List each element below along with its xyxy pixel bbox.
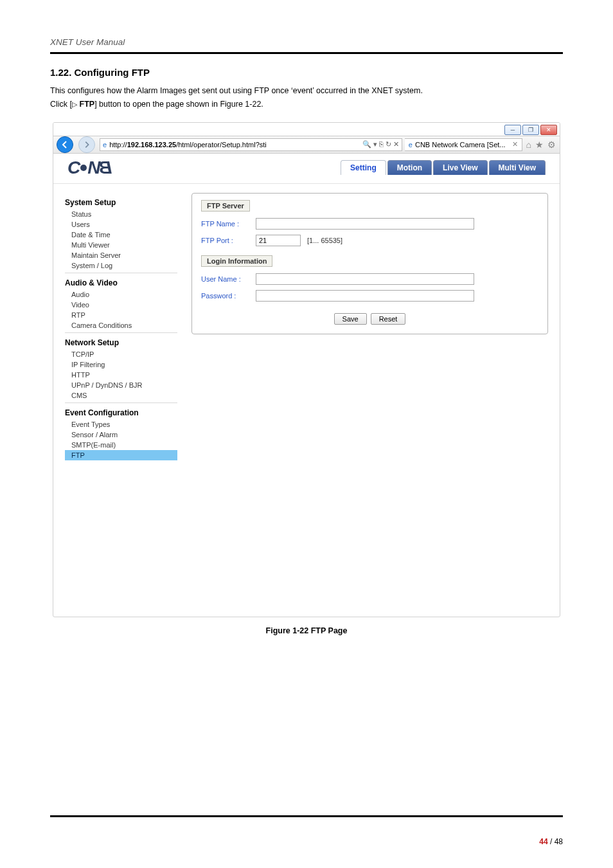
tab-multi-view[interactable]: Multi View xyxy=(489,160,546,175)
footer-rule xyxy=(50,815,563,817)
cnb-logo: C N B xyxy=(67,158,112,178)
home-icon[interactable]: ⌂ xyxy=(526,140,531,150)
favorites-icon[interactable]: ★ xyxy=(535,140,544,150)
window-close-button[interactable]: ✕ xyxy=(540,125,557,135)
nav-audio[interactable]: Audio xyxy=(65,289,177,300)
window-chrome: ─ ❐ ✕ xyxy=(53,123,560,136)
nav-camera-conditions[interactable]: Camera Conditions xyxy=(65,320,177,330)
nav-users[interactable]: Users xyxy=(65,219,177,230)
nav-back-button[interactable] xyxy=(57,136,73,153)
nav-group-event: Event Configuration xyxy=(65,408,177,417)
ftp-port-input[interactable] xyxy=(256,235,301,246)
nav-cms[interactable]: CMS xyxy=(65,390,177,401)
url-path: /html/operator/Setup.html?sti xyxy=(176,141,267,149)
nav-http[interactable]: HTTP xyxy=(65,370,177,380)
window-maximize-button[interactable]: ❐ xyxy=(522,125,539,135)
app-viewport: C N B Setting Motion Live View Multi Vie… xyxy=(53,154,560,617)
paragraph-1: This configures how the Alarm Images get… xyxy=(50,84,563,98)
ftp-port-label: FTP Port : xyxy=(201,237,256,244)
legend-login-info: Login Information xyxy=(201,255,272,267)
addr-suffix-icons: 🔍 ▾ ⎘ ↻ ✕ xyxy=(362,140,399,149)
screenshot-window: ─ ❐ ✕ e http://192.168.123.25/html/opera… xyxy=(53,122,560,617)
page-total: 48 xyxy=(555,837,563,846)
p2-pre: Click [ xyxy=(50,100,72,109)
nav-divider xyxy=(65,402,177,403)
nav-ip-filtering[interactable]: IP Filtering xyxy=(65,359,177,370)
nav-smtp-email[interactable]: SMTP(E-mail) xyxy=(65,440,177,450)
header-rule xyxy=(50,52,563,54)
url-prefix: http:// xyxy=(109,141,127,149)
figure-caption: Figure 1-22 FTP Page xyxy=(50,626,563,635)
ftp-port-hint: [1... 65535] xyxy=(307,237,342,244)
running-header: XNET User Manual xyxy=(50,37,563,47)
page-current: 44 xyxy=(539,837,547,846)
arrow-right-icon xyxy=(83,141,91,149)
nav-date-time[interactable]: Date & Time xyxy=(65,230,177,240)
nav-rtp[interactable]: RTP xyxy=(65,310,177,320)
nav-group-network: Network Setup xyxy=(65,338,177,347)
nav-divider xyxy=(65,332,177,333)
user-name-input[interactable] xyxy=(256,273,474,285)
p2-ftp: FTP xyxy=(77,100,94,109)
tab-live-view[interactable]: Live View xyxy=(433,160,487,175)
ftp-fieldset: FTP Server FTP Name : FTP Port : [1... 6… xyxy=(191,193,548,334)
tab-close-icon[interactable]: ✕ xyxy=(512,140,518,149)
app-header: C N B Setting Motion Live View Multi Vie… xyxy=(53,154,560,184)
tools-icon[interactable]: ⚙ xyxy=(547,140,556,150)
nav-upnp-dyndns-bjr[interactable]: UPnP / DynDNS / BJR xyxy=(65,380,177,390)
nav-group-av: Audio & Video xyxy=(65,278,177,287)
tab-setting[interactable]: Setting xyxy=(341,160,386,175)
nav-ftp[interactable]: FTP xyxy=(65,450,177,460)
legend-ftp-server: FTP Server xyxy=(201,200,250,212)
app-body: System Setup Status Users Date & Time Mu… xyxy=(53,184,560,617)
tab-motion[interactable]: Motion xyxy=(387,160,432,175)
page-footer: 44 / 48 xyxy=(539,837,563,846)
paragraph-2: Click [▷ FTP] button to open the page sh… xyxy=(50,98,563,111)
nav-system-log[interactable]: System / Log xyxy=(65,260,177,271)
password-label: Password : xyxy=(201,292,256,300)
page-sep: / xyxy=(548,837,555,846)
ftp-name-input[interactable] xyxy=(256,218,474,230)
browser-toolbar: e http://192.168.123.25/html/operator/Se… xyxy=(53,136,560,154)
logo-n: N xyxy=(87,158,100,178)
address-bar[interactable]: e http://192.168.123.25/html/operator/Se… xyxy=(100,138,402,151)
nav-status[interactable]: Status xyxy=(65,209,177,219)
logo-dot-icon xyxy=(80,165,87,171)
side-nav: System Setup Status Users Date & Time Mu… xyxy=(65,193,177,608)
command-bar: ⌂ ★ ⚙ xyxy=(526,140,556,150)
url-host: 192.168.123.25 xyxy=(127,141,176,149)
nav-multi-viewer[interactable]: Multi Viewer xyxy=(65,240,177,250)
nav-forward-button[interactable] xyxy=(78,136,95,153)
nav-tcpip[interactable]: TCP/IP xyxy=(65,349,177,359)
nav-maintain-server[interactable]: Maintain Server xyxy=(65,250,177,260)
nav-divider xyxy=(65,273,177,273)
ie-icon: e xyxy=(103,141,107,149)
logo-c: C xyxy=(67,158,80,178)
browser-tab[interactable]: e CNB Network Camera [Set... ✕ xyxy=(405,138,522,151)
tab-title: CNB Network Camera [Set... xyxy=(415,141,506,149)
nav-group-system: System Setup xyxy=(65,198,177,207)
password-input[interactable] xyxy=(256,290,474,302)
p2-post: ] button to open the page shown in Figur… xyxy=(94,100,263,109)
window-minimize-button[interactable]: ─ xyxy=(504,125,521,135)
save-button[interactable]: Save xyxy=(334,313,367,325)
ie-icon: e xyxy=(409,141,413,149)
nav-video[interactable]: Video xyxy=(65,300,177,310)
content-panel: FTP Server FTP Name : FTP Port : [1... 6… xyxy=(191,193,548,608)
logo-b: B xyxy=(100,158,112,178)
triangle-icon: ▷ xyxy=(72,100,77,108)
ftp-name-label: FTP Name : xyxy=(201,220,256,228)
nav-event-types[interactable]: Event Types xyxy=(65,419,177,429)
top-tabs: Setting Motion Live View Multi View xyxy=(339,160,546,175)
section-heading: 1.22. Configuring FTP xyxy=(50,67,563,78)
arrow-left-icon xyxy=(60,140,69,149)
user-name-label: User Name : xyxy=(201,275,256,283)
reset-button[interactable]: Reset xyxy=(371,313,406,325)
nav-sensor-alarm[interactable]: Sensor / Alarm xyxy=(65,429,177,440)
